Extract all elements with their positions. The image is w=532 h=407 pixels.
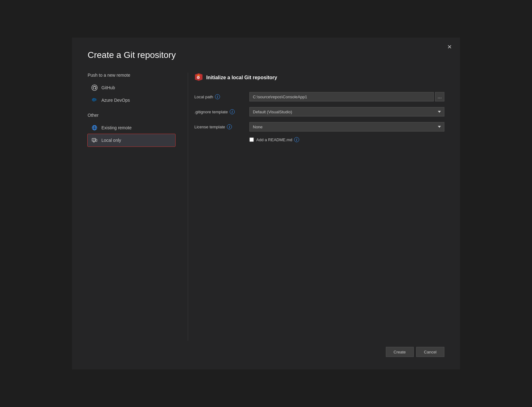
main-content: ⚙ Initialize a local Git repository Loca… [188, 73, 444, 341]
globe-icon [91, 125, 98, 131]
svg-rect-7 [93, 139, 95, 141]
push-section-title: Push to a new remote [88, 73, 175, 78]
section-title: Initialize a local Git repository [206, 75, 277, 80]
local-path-control: ... [249, 92, 444, 101]
sidebar-item-local-only[interactable]: Local only [88, 134, 175, 147]
gitignore-info-icon[interactable]: i [230, 109, 235, 114]
license-label: License template i [194, 124, 244, 129]
gitignore-control: Default (VisualStudio) None [249, 107, 444, 116]
create-git-repository-dialog: ✕ Create a Git repository Push to a new … [72, 38, 460, 369]
readme-info-icon[interactable]: i [294, 137, 299, 142]
vs-section-icon: ⚙ [194, 73, 203, 83]
dialog-footer: Create Cancel [88, 341, 444, 357]
azure-devops-label: Azure DevOps [101, 98, 130, 103]
sidebar-item-azure-devops[interactable]: Azure DevOps [88, 94, 175, 106]
local-path-input[interactable] [249, 92, 434, 101]
dialog-body: Push to a new remote GitHub A [88, 73, 444, 341]
license-row: License template i None MIT Apache 2.0 [194, 122, 444, 131]
local-path-row: Local path i ... [194, 92, 444, 101]
svg-text:⚙: ⚙ [197, 75, 200, 80]
readme-row: Add a README.md i [249, 137, 444, 142]
azure-devops-icon [91, 97, 98, 103]
gitignore-label: .gitignore template i [194, 109, 244, 114]
local-path-label: Local path i [194, 94, 244, 99]
gitignore-select[interactable]: Default (VisualStudio) None [249, 107, 444, 116]
sidebar-item-github[interactable]: GitHub [88, 81, 175, 94]
dialog-title: Create a Git repository [88, 50, 444, 60]
license-control: None MIT Apache 2.0 [249, 122, 444, 131]
local-only-icon [91, 137, 98, 143]
cancel-button[interactable]: Cancel [416, 347, 444, 357]
gitignore-row: .gitignore template i Default (VisualStu… [194, 107, 444, 116]
readme-label[interactable]: Add a README.md i [256, 137, 299, 142]
license-info-icon[interactable]: i [227, 124, 232, 129]
local-path-info-icon[interactable]: i [215, 94, 220, 99]
readme-checkbox[interactable] [249, 137, 254, 142]
create-button[interactable]: Create [386, 347, 414, 357]
sidebar-item-existing-remote[interactable]: Existing remote [88, 121, 175, 134]
github-icon [91, 85, 98, 91]
github-label: GitHub [101, 85, 115, 90]
sidebar: Push to a new remote GitHub A [88, 73, 175, 341]
browse-button[interactable]: ... [435, 92, 444, 101]
local-only-label: Local only [101, 138, 121, 143]
existing-remote-label: Existing remote [101, 125, 131, 130]
svg-point-0 [92, 85, 97, 90]
section-header: ⚙ Initialize a local Git repository [194, 73, 444, 83]
close-button[interactable]: ✕ [445, 43, 454, 51]
other-section-title: Other [88, 113, 175, 118]
license-select[interactable]: None MIT Apache 2.0 [249, 122, 444, 131]
